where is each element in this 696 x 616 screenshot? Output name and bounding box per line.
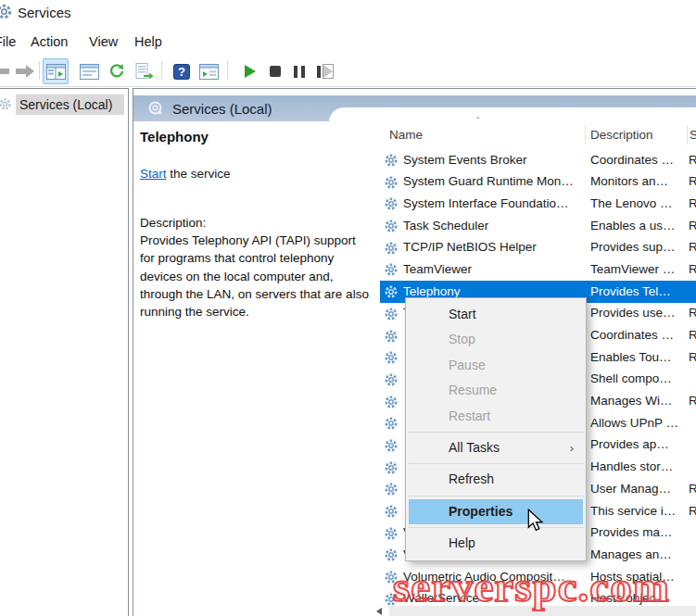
description-text: Provides Telephony API (TAPI) support fo… [140,233,369,319]
context-menu-item-stop: Stop [406,327,586,352]
context-menu-item-help[interactable]: Help [406,531,586,556]
sort-ascending-icon: ˆ [476,116,480,127]
pane-header-title: Services (Local) [172,101,272,117]
help-icon: ? [173,64,190,80]
service-gear-icon [384,241,399,259]
service-gear-icon [384,460,399,479]
context-menu-item-start[interactable]: Start [406,302,586,327]
service-description-cell: Enables Tou… [590,350,672,364]
service-description-cell: Monitors an… [590,174,668,188]
service-status-cell: R [689,219,696,233]
service-description-cell: This service i… [590,504,676,518]
service-name: System Interface Foundatio… [403,196,569,210]
service-description-cell: Provides use… [590,306,676,320]
column-header-status[interactable]: S [690,128,696,142]
scroll-left-arrow[interactable] [376,608,382,615]
show-console-tree-button[interactable] [43,58,69,84]
context-menu-item-pause: Pause [406,353,586,378]
context-menu-item-properties[interactable]: Properties [409,499,583,524]
help-button[interactable]: ? [169,58,195,84]
service-description-cell: Provides ap… [590,437,669,451]
toolbar-separator [39,61,40,80]
service-name: Telephony [403,284,461,298]
menu-file[interactable]: File [0,34,16,49]
service-gear-icon [384,284,399,303]
service-row[interactable]: TeamViewerTeamViewer …R [380,258,696,281]
back-button[interactable] [0,58,13,84]
column-header-name[interactable]: Name [389,128,423,142]
service-row[interactable]: System Interface Foundatio…The Lenovo …R [380,193,696,215]
list-tab-corner [329,107,696,122]
column-divider [585,125,586,145]
service-description-cell: Coordinates … [590,153,674,167]
services-gear-icon [146,99,164,120]
service-action-suffix: the service [167,167,231,181]
context-menu-separator [408,432,584,433]
service-row[interactable]: System Guard Runtime Mon…Monitors an…R [380,171,696,194]
service-status-cell: R [689,240,696,254]
service-name: Task Scheduler [403,219,488,233]
service-row[interactable]: System Events BrokerCoordinates …R [380,149,696,171]
menu-view[interactable]: View [89,34,118,49]
menu-action[interactable]: Action [31,34,68,49]
menu-bar: File Action View Help [0,28,696,56]
service-description-cell: Provides Tel… [590,284,671,298]
export-list-button[interactable] [132,58,158,84]
console-tree-icon [46,64,66,80]
service-gear-icon [384,416,399,434]
service-name: TeamViewer [403,262,472,276]
service-gear-icon [384,219,399,237]
service-description-cell: Shell compo… [590,371,672,385]
context-menu: StartStopPauseResumeRestartAll Tasks›Ref… [405,297,587,561]
start-service-link[interactable]: Start [140,167,167,181]
service-status-cell: R [689,153,696,167]
menu-help[interactable]: Help [134,34,162,49]
service-status-cell: R [689,482,696,496]
context-menu-item-resume: Resume [406,378,586,403]
context-menu-item-all-tasks[interactable]: All Tasks› [406,435,586,460]
tree-item-services-local[interactable]: Services (Local) [0,94,128,115]
extended-view-panel: Telephony Start the service Description:… [133,121,376,616]
properties-button[interactable] [76,58,102,84]
services-gear-icon [0,3,13,24]
service-row[interactable]: TCP/IP NetBIOS HelperProvides sup…R [380,237,696,259]
service-description-cell: TeamViewer … [590,262,675,276]
service-description-cell: Manages Wi… [590,394,673,408]
window-title: Services [18,5,71,20]
export-list-icon [135,63,154,80]
back-arrow-icon [0,64,10,79]
service-gear-icon [384,482,399,500]
toolbar: ? [0,56,696,87]
context-menu-separator [408,527,584,528]
refresh-icon [108,63,125,80]
column-divider [687,125,688,145]
service-gear-icon [384,196,399,215]
service-description-cell: Coordinates … [590,328,674,342]
stop-service-button[interactable] [262,58,288,84]
service-description-cell: Provides ma… [590,525,673,539]
service-gear-icon [384,350,399,369]
pause-service-button[interactable] [286,58,312,84]
service-action-line: Start the service [140,167,231,181]
context-menu-separator [408,463,584,464]
service-description-cell: Manages an… [590,547,672,561]
watermark: serverspc.com [393,561,670,611]
service-description-cell: Allows UPnP … [590,416,678,430]
services-gear-icon [0,97,12,115]
service-description-cell: Handles stor… [590,459,673,473]
forward-arrow-icon [15,64,35,79]
service-status-cell: R [689,350,696,364]
selected-service-name: Telephony [140,129,209,145]
context-menu-item-refresh[interactable]: Refresh [406,467,586,492]
start-service-button[interactable] [237,58,263,84]
service-gear-icon [384,307,399,325]
forward-button[interactable] [12,58,38,84]
service-row[interactable]: Task SchedulerEnables a us…R [380,215,696,237]
column-header-description[interactable]: Description [590,128,653,142]
pause-icon [294,66,305,78]
refresh-button[interactable] [104,58,130,84]
show-action-pane-button[interactable] [196,58,221,84]
service-status-cell: R [689,174,696,188]
restart-service-button[interactable] [311,58,337,84]
service-description-cell: Enables a us… [590,219,676,233]
